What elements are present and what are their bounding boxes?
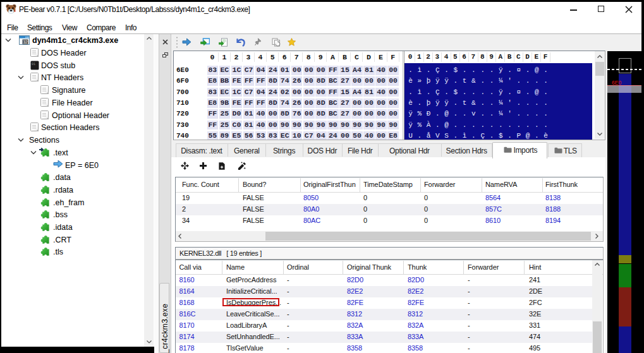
svg-text:01: 01: [32, 63, 35, 66]
svg-text:32: 32: [23, 40, 28, 44]
